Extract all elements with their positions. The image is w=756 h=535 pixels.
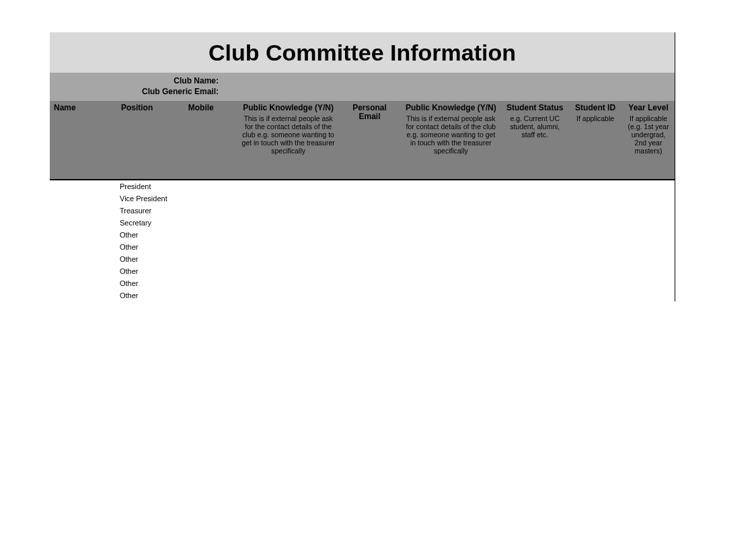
cell-position[interactable]: Other [117,267,184,275]
header-public-knowledge-2: Public Knowledge (Y/N) This is if extern… [400,101,501,155]
header-position: Position [117,101,184,112]
club-name-value[interactable] [221,76,675,85]
header-pk1-label: Public Knowledge (Y/N) [241,104,336,112]
title-band: Club Committee Information [50,32,675,73]
header-personal-email: Personal Email [339,101,401,121]
cell-position[interactable]: Other [117,231,184,239]
column-headers: Name Position Mobile Public Knowledge (Y… [50,101,675,180]
club-email-label: Club Generic Email: [50,87,221,96]
cell-position[interactable]: Secretary [117,219,184,227]
header-student-id: Student ID If applicable [568,101,622,122]
cell-position[interactable]: Other [117,279,184,287]
cell-position[interactable]: President [117,182,184,190]
header-year-desc: If applicable (e.g. 1st year undergrad, … [625,112,672,155]
cell-position[interactable]: Other [117,255,184,263]
data-rows: PresidentVice PresidentTreasurerSecretar… [50,180,675,301]
header-sid-desc: If applicable [571,112,619,122]
meta-row-club-name: Club Name: [50,75,675,86]
club-email-value[interactable] [221,87,675,96]
table-row[interactable]: Other [50,229,675,241]
header-sid-label: Student ID [571,104,619,112]
header-status-label: Student Status [504,104,566,112]
header-pk2-desc: This is if external people ask for conta… [403,112,498,155]
table-row[interactable]: President [50,180,675,192]
meta-band: Club Name: Club Generic Email: [50,73,675,101]
header-name: Name [50,101,117,112]
table-row[interactable]: Other [50,265,675,277]
meta-row-club-email: Club Generic Email: [50,86,675,97]
header-year-label: Year Level [625,104,672,112]
club-name-label: Club Name: [50,76,221,85]
table-row[interactable]: Secretary [50,217,675,229]
cell-position[interactable]: Other [117,243,184,251]
header-status-desc: e.g. Current UC student, alumni, staff e… [504,112,566,139]
header-public-knowledge-1: Public Knowledge (Y/N) This is if extern… [238,101,339,155]
table-row[interactable]: Treasurer [50,205,675,217]
table-row[interactable]: Vice President [50,192,675,205]
table-row[interactable]: Other [50,289,675,301]
form-title: Club Committee Information [209,40,516,66]
cell-position[interactable]: Vice President [117,194,184,203]
header-pk2-label: Public Knowledge (Y/N) [403,104,498,112]
cell-position[interactable]: Other [117,291,184,299]
header-pk1-desc: This is if external people ask for the c… [241,112,336,155]
cell-position[interactable]: Treasurer [117,207,184,215]
header-year-level: Year Level If applicable (e.g. 1st year … [622,101,675,155]
header-mobile-label: Mobile [187,104,235,112]
header-student-status: Student Status e.g. Current UC student, … [501,101,568,139]
spreadsheet-form: Club Committee Information Club Name: Cl… [50,32,675,301]
table-row[interactable]: Other [50,241,675,253]
header-mobile: Mobile [184,101,238,112]
table-row[interactable]: Other [50,253,675,265]
header-name-label: Name [52,104,114,112]
header-position-label: Position [120,104,182,112]
header-email-label: Personal Email [342,104,398,121]
table-row[interactable]: Other [50,277,675,289]
